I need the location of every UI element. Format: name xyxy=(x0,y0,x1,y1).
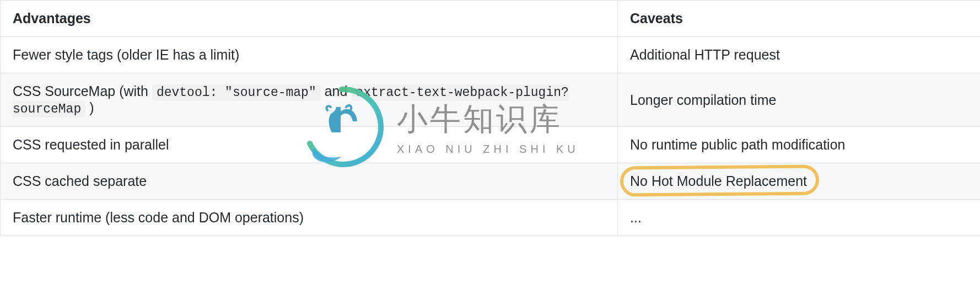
cell-text: No Hot Module Replacement xyxy=(630,173,807,189)
cell-caveat: No runtime public path modification xyxy=(618,127,981,163)
highlighted-text: No Hot Module Replacement xyxy=(630,173,807,189)
comparison-table: Advantages Caveats Fewer style tags (old… xyxy=(0,0,980,236)
cell-advantage: CSS requested in parallel xyxy=(1,127,618,163)
table-header-row: Advantages Caveats xyxy=(1,1,981,37)
cell-text: ) xyxy=(85,100,94,115)
cell-caveat: Additional HTTP request xyxy=(618,37,981,73)
cell-caveat: Longer compilation time xyxy=(618,73,981,127)
header-caveats: Caveats xyxy=(618,1,981,37)
cell-advantage: CSS cached separate xyxy=(1,163,618,200)
cell-caveat: ... xyxy=(618,200,981,236)
cell-advantage: CSS SourceMap (with devtool: "source-map… xyxy=(1,73,618,127)
cell-caveat: No Hot Module Replacement xyxy=(618,163,981,200)
table-row: Fewer style tags (older IE has a limit) … xyxy=(1,37,981,73)
code-snippet: devtool: "source-map" xyxy=(152,84,321,101)
header-advantages: Advantages xyxy=(1,1,618,37)
table-row: CSS SourceMap (with devtool: "source-map… xyxy=(1,73,981,127)
table-row: CSS cached separate No Hot Module Replac… xyxy=(1,163,981,200)
cell-text: and xyxy=(321,83,352,99)
cell-advantage: Fewer style tags (older IE has a limit) xyxy=(1,37,618,73)
table-row: Faster runtime (less code and DOM operat… xyxy=(1,200,981,236)
cell-advantage: Faster runtime (less code and DOM operat… xyxy=(1,200,618,236)
cell-text: CSS SourceMap (with xyxy=(13,83,152,99)
table-row: CSS requested in parallel No runtime pub… xyxy=(1,127,981,163)
